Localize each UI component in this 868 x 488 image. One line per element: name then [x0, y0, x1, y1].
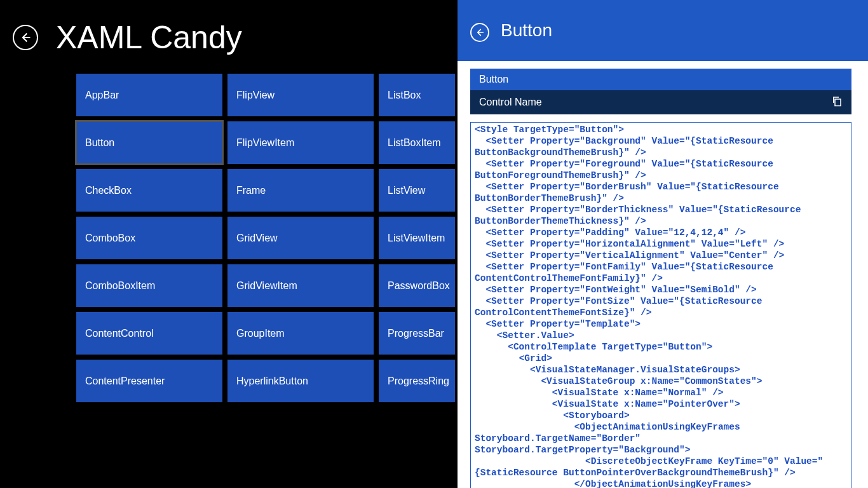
tile-label: ProgressBar: [388, 328, 444, 339]
tile-combobox[interactable]: ComboBox: [76, 217, 222, 259]
tile-progressbar[interactable]: ProgressBar: [379, 312, 455, 355]
svg-rect-0: [835, 99, 841, 106]
header: XAML Candy: [0, 19, 458, 56]
tile-label: CheckBox: [85, 185, 132, 196]
tile-label: ContentPresenter: [85, 376, 165, 387]
tile-label: ProgressRing: [388, 376, 449, 387]
tile-listbox[interactable]: ListBox: [379, 74, 455, 116]
detail-back-button[interactable]: [470, 23, 489, 42]
back-button[interactable]: [13, 25, 38, 50]
arrow-left-icon: [19, 31, 32, 44]
detail-pane: Button Button Control Name <Style Target…: [458, 0, 868, 488]
tile-button[interactable]: Button: [76, 121, 222, 164]
left-pane: XAML Candy AppBar FlipView ListBox Butto…: [0, 0, 458, 488]
detail-header: Button: [458, 0, 868, 61]
tile-appbar[interactable]: AppBar: [76, 74, 222, 116]
tile-label: ListBoxItem: [388, 137, 441, 149]
tile-label: FlipViewItem: [236, 137, 294, 149]
control-name-label: Control Name: [479, 97, 542, 108]
detail-area: Button Control Name <Style TargetType="B…: [458, 61, 868, 488]
tile-flipviewitem[interactable]: FlipViewItem: [227, 121, 374, 164]
tile-label: ListBox: [388, 90, 421, 101]
tile-gridview[interactable]: GridView: [227, 217, 374, 259]
tile-label: Button: [85, 137, 114, 149]
copy-icon: [831, 95, 843, 107]
detail-title: Button: [501, 20, 552, 41]
detail-subtitle: Button: [470, 69, 851, 90]
tile-checkbox[interactable]: CheckBox: [76, 169, 222, 212]
code-block[interactable]: <Style TargetType="Button"> <Setter Prop…: [470, 122, 851, 488]
tile-listboxitem[interactable]: ListBoxItem: [379, 121, 455, 164]
tile-label: ListViewItem: [388, 233, 445, 244]
tile-label: GridView: [236, 233, 278, 244]
tile-passwordbox[interactable]: PasswordBox: [379, 264, 455, 307]
tile-label: ComboBoxItem: [85, 280, 155, 292]
tile-groupitem[interactable]: GroupItem: [227, 312, 374, 355]
tile-listview[interactable]: ListView: [379, 169, 455, 212]
tile-label: FlipView: [236, 90, 275, 101]
tile-label: GridViewItem: [236, 280, 297, 292]
control-name-bar: Control Name: [470, 90, 851, 114]
tile-label: ComboBox: [85, 233, 135, 244]
tile-label: HyperlinkButton: [236, 376, 308, 387]
tile-label: ContentControl: [85, 328, 154, 339]
tile-label: PasswordBox: [388, 280, 450, 292]
tile-listviewitem[interactable]: ListViewItem: [379, 217, 455, 259]
tile-gridviewitem[interactable]: GridViewItem: [227, 264, 374, 307]
tile-contentcontrol[interactable]: ContentControl: [76, 312, 222, 355]
tile-comboboxitem[interactable]: ComboBoxItem: [76, 264, 222, 307]
page-title: XAML Candy: [56, 19, 242, 56]
tile-flipview[interactable]: FlipView: [227, 74, 374, 116]
copy-button[interactable]: [831, 95, 843, 109]
tile-label: AppBar: [85, 90, 119, 101]
tile-frame[interactable]: Frame: [227, 169, 374, 212]
tile-contentpresenter[interactable]: ContentPresenter: [76, 360, 222, 402]
tile-grid: AppBar FlipView ListBox Button FlipViewI…: [0, 74, 458, 402]
tile-hyperlinkbutton[interactable]: HyperlinkButton: [227, 360, 374, 402]
tile-label: GroupItem: [236, 328, 285, 339]
tile-label: ListView: [388, 185, 425, 196]
tile-progressring[interactable]: ProgressRing: [379, 360, 455, 402]
tile-label: Frame: [236, 185, 266, 196]
arrow-left-icon: [475, 27, 485, 37]
